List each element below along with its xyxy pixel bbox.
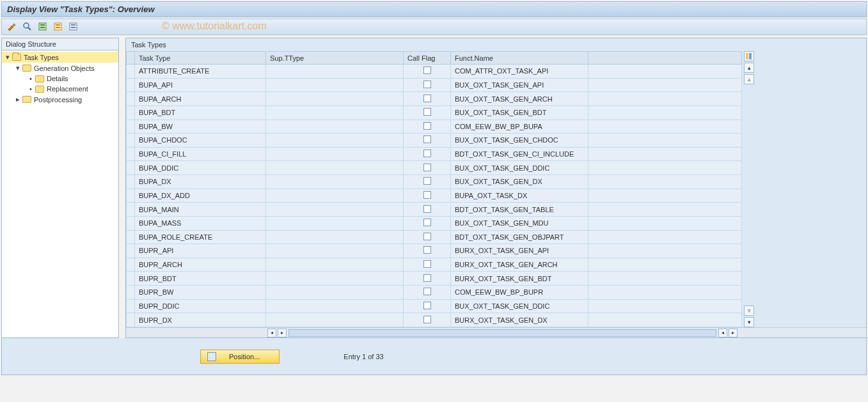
cell-task-type[interactable]: BUPA_ARCH: [135, 92, 266, 106]
row-selector[interactable]: [127, 244, 135, 258]
collapse-icon[interactable]: ▾: [4, 53, 11, 61]
select-block-icon[interactable]: [52, 20, 65, 33]
table-row[interactable]: BUPR_BWCOM_EEW_BW_BP_BUPR: [127, 286, 742, 300]
row-selector[interactable]: [127, 299, 135, 313]
cell-funct-name[interactable]: BURX_OXT_TASK_GEN_BDT: [451, 272, 588, 286]
cell-task-type[interactable]: BUPR_DDIC: [135, 299, 266, 313]
table-row[interactable]: BUPA_BDTBUX_OXT_TASK_GEN_BDT: [127, 105, 742, 120]
cell-sup-ttype[interactable]: [266, 203, 404, 217]
table-row[interactable]: BUPR_DDICBUX_OXT_TASK_GEN_DDIC: [127, 299, 742, 313]
cell-sup-ttype[interactable]: [266, 120, 404, 134]
cell-task-type[interactable]: BUPR_DX: [135, 313, 266, 327]
row-selector[interactable]: [127, 65, 135, 79]
cell-funct-name[interactable]: COM_EEW_BW_BP_BUPA: [451, 120, 588, 134]
table-row[interactable]: BUPA_MASSBUX_OXT_TASK_GEN_MDU: [127, 216, 742, 230]
cell-task-type[interactable]: BUPA_DX: [135, 175, 266, 189]
checkbox-icon[interactable]: [423, 219, 431, 226]
row-selector[interactable]: [127, 258, 135, 272]
scroll-left-icon[interactable]: ◂: [267, 329, 276, 337]
cell-funct-name[interactable]: BURX_OXT_TASK_GEN_API: [451, 244, 588, 258]
scroll-left-step-icon[interactable]: ▸: [278, 329, 287, 337]
cell-call-flag[interactable]: [404, 286, 451, 300]
cell-call-flag[interactable]: [404, 78, 451, 92]
scroll-up-icon[interactable]: ▵: [744, 74, 754, 84]
cell-sup-ttype[interactable]: [266, 92, 404, 106]
cell-task-type[interactable]: BUPA_DDIC: [135, 161, 266, 175]
row-selector[interactable]: [127, 147, 135, 161]
cell-sup-ttype[interactable]: [266, 134, 404, 148]
cell-task-type[interactable]: BUPA_MASS: [135, 216, 266, 230]
col-funct-name[interactable]: Funct.Name: [451, 52, 588, 65]
cell-sup-ttype[interactable]: [266, 147, 404, 161]
row-selector[interactable]: [127, 105, 135, 120]
row-selector[interactable]: [127, 230, 135, 244]
row-selector[interactable]: [127, 175, 135, 189]
checkbox-icon[interactable]: [423, 177, 431, 185]
cell-call-flag[interactable]: [404, 92, 451, 106]
cell-task-type[interactable]: BUPA_CI_FILL: [135, 147, 266, 161]
cell-task-type[interactable]: BUPR_API: [135, 244, 266, 258]
scroll-bottom-icon[interactable]: ▾: [744, 317, 754, 327]
cell-sup-ttype[interactable]: [266, 286, 404, 300]
checkbox-icon[interactable]: [423, 108, 431, 116]
checkbox-icon[interactable]: [423, 233, 431, 240]
cell-sup-ttype[interactable]: [266, 175, 404, 189]
table-row[interactable]: BUPA_DDICBUX_OXT_TASK_GEN_DDIC: [127, 161, 742, 175]
cell-call-flag[interactable]: [404, 244, 451, 258]
cell-sup-ttype[interactable]: [266, 313, 404, 327]
cell-task-type[interactable]: BUPA_CHDOC: [135, 134, 266, 148]
row-selector[interactable]: [127, 161, 135, 175]
cell-task-type[interactable]: BUPA_BW: [135, 120, 266, 134]
scroll-down-icon[interactable]: ▿: [744, 305, 754, 316]
row-selector[interactable]: [127, 189, 135, 203]
cell-sup-ttype[interactable]: [266, 189, 404, 203]
checkbox-icon[interactable]: [423, 81, 431, 88]
position-button[interactable]: Position...: [200, 350, 280, 364]
cell-sup-ttype[interactable]: [266, 216, 404, 230]
table-row[interactable]: BUPA_BWCOM_EEW_BW_BP_BUPA: [127, 120, 742, 134]
horizontal-scrollbar[interactable]: ◂ ▸ ◂ ▸: [126, 327, 866, 337]
table-row[interactable]: BUPA_CHDOCBUX_OXT_TASK_GEN_CHDOC: [127, 134, 742, 148]
cell-funct-name[interactable]: BUX_OXT_TASK_GEN_DDIC: [451, 161, 588, 175]
scroll-right-icon[interactable]: ▸: [729, 329, 738, 337]
select-all-icon[interactable]: [36, 20, 49, 33]
deselect-all-icon[interactable]: [67, 20, 80, 33]
cell-funct-name[interactable]: BUX_OXT_TASK_GEN_DDIC: [451, 299, 588, 313]
table-row[interactable]: BUPR_APIBURX_OXT_TASK_GEN_API: [127, 244, 742, 258]
cell-funct-name[interactable]: BDT_OXT_TASK_GEN_OBJPART: [451, 230, 588, 244]
cell-task-type[interactable]: BUPR_BW: [135, 286, 266, 300]
row-selector[interactable]: [127, 78, 135, 92]
cell-call-flag[interactable]: [404, 175, 451, 189]
scroll-right-step-icon[interactable]: ◂: [718, 329, 727, 337]
scroll-track[interactable]: [288, 329, 716, 337]
cell-task-type[interactable]: BUPA_MAIN: [135, 203, 266, 217]
tree-node-details[interactable]: • Details: [2, 73, 118, 84]
cell-sup-ttype[interactable]: [266, 105, 404, 120]
scroll-top-icon[interactable]: ▴: [744, 63, 754, 73]
checkbox-icon[interactable]: [423, 164, 431, 171]
cell-sup-ttype[interactable]: [266, 299, 404, 313]
checkbox-icon[interactable]: [423, 95, 431, 102]
table-row[interactable]: BUPA_APIBUX_OXT_TASK_GEN_API: [127, 78, 742, 92]
cell-funct-name[interactable]: BURX_OXT_TASK_GEN_ARCH: [451, 258, 588, 272]
row-selector[interactable]: [127, 286, 135, 300]
checkbox-icon[interactable]: [423, 302, 431, 309]
cell-task-type[interactable]: BUPA_DX_ADD: [135, 189, 266, 203]
cell-task-type[interactable]: ATTRIBUTE_CREATE: [135, 65, 266, 79]
cell-sup-ttype[interactable]: [266, 272, 404, 286]
table-row[interactable]: BUPR_DXBURX_OXT_TASK_GEN_DX: [127, 313, 742, 327]
table-row[interactable]: BUPR_ARCHBURX_OXT_TASK_GEN_ARCH: [127, 258, 742, 272]
checkbox-icon[interactable]: [423, 66, 431, 74]
cell-funct-name[interactable]: BDT_OXT_TASK_GEN_CI_INCLUDE: [451, 147, 588, 161]
cell-funct-name[interactable]: BDT_OXT_TASK_GEN_TABLE: [451, 203, 588, 217]
row-selector[interactable]: [127, 134, 135, 148]
tree-node-replacement[interactable]: • Replacement: [2, 84, 118, 94]
tree-node-task-types[interactable]: ▾ Task Types: [2, 52, 118, 63]
checkbox-icon[interactable]: [423, 135, 431, 143]
cell-call-flag[interactable]: [404, 258, 451, 272]
cell-task-type[interactable]: BUPA_BDT: [135, 105, 266, 120]
table-row[interactable]: ATTRIBUTE_CREATECOM_ATTR_OXT_TASK_API: [127, 65, 742, 79]
checkbox-icon[interactable]: [423, 246, 431, 254]
cell-call-flag[interactable]: [404, 147, 451, 161]
checkbox-icon[interactable]: [423, 288, 431, 295]
